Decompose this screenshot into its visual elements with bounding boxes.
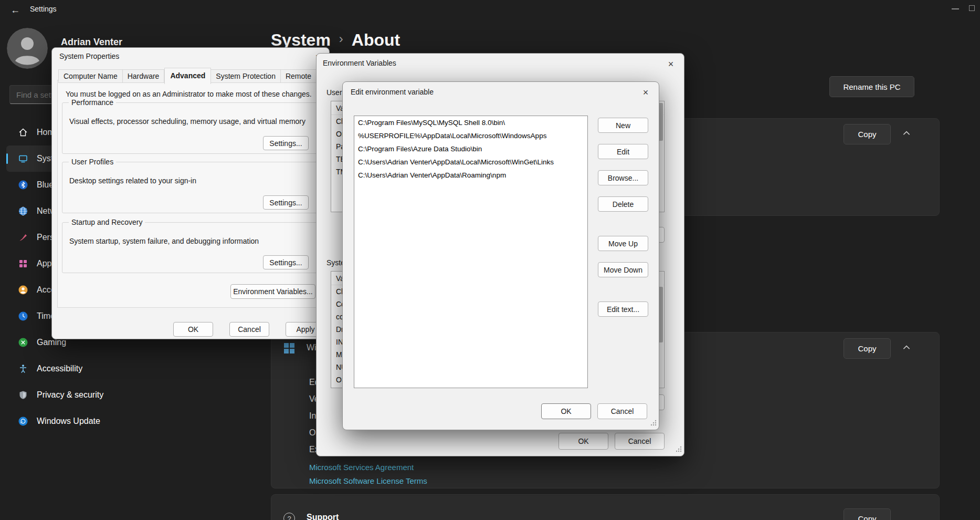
list-item[interactable]: C:\Users\Adrian Venter\AppData\Local\Mic…: [354, 155, 587, 169]
path-list[interactable]: C:\Program Files\MySQL\MySQL Shell 8.0\b…: [354, 116, 588, 388]
tab-hardware[interactable]: Hardware: [123, 69, 165, 83]
services-agreement-link[interactable]: Microsoft Services Agreement: [309, 463, 414, 473]
update-arrows-icon: [18, 416, 28, 427]
home-icon: [18, 127, 28, 138]
chevron-up-icon[interactable]: [902, 129, 911, 140]
sidebar-item-privacy-security[interactable]: Privacy & security: [6, 382, 208, 408]
ok-button[interactable]: OK: [541, 403, 591, 419]
ok-button[interactable]: OK: [173, 322, 213, 337]
ok-button[interactable]: OK: [559, 433, 608, 450]
accessibility-person-icon: [18, 363, 28, 374]
list-item[interactable]: C:\Program Files\MySQL\MySQL Shell 8.0\b…: [354, 116, 587, 129]
copy-label: Copy: [858, 344, 876, 353]
system-properties-dialog: System Properties × Computer Name Hardwa…: [51, 47, 330, 339]
avatar: [7, 28, 48, 69]
chevron-right-icon: ›: [339, 32, 343, 46]
support-title: Support: [307, 513, 339, 520]
sidebar-item-label: Accessibility: [37, 364, 82, 373]
system-icon: [18, 153, 28, 164]
cancel-button[interactable]: Cancel: [229, 322, 269, 337]
tab-strip: Computer Name Hardware Advanced System P…: [58, 68, 317, 83]
desktop: { "app": { "title": "Settings", "glyphs"…: [0, 0, 980, 520]
apps-grid-icon: [18, 258, 28, 269]
user-profiles-settings-button[interactable]: Settings...: [263, 195, 309, 210]
tab-remote[interactable]: Remote: [281, 69, 317, 83]
startup-recovery-settings-button[interactable]: Settings...: [263, 255, 309, 269]
edit-environment-variable-dialog: Edit environment variable × C:\Program F…: [342, 81, 659, 430]
list-item[interactable]: C:\Program Files\Azure Data Studio\bin: [354, 142, 587, 155]
globe-icon: [18, 206, 28, 216]
cancel-button[interactable]: Cancel: [597, 403, 647, 419]
dialog-title: System Properties: [59, 52, 119, 60]
maximize-icon[interactable]: [969, 5, 975, 11]
dialog-title: Edit environment variable: [351, 88, 434, 96]
tab-advanced[interactable]: Advanced: [164, 68, 211, 84]
tab-system-protection[interactable]: System Protection: [211, 69, 281, 83]
support-card: [271, 494, 940, 520]
page-title: About: [352, 30, 400, 50]
minimize-icon[interactable]: [952, 8, 959, 9]
admin-note: You must be logged on as an Administrato…: [66, 90, 312, 98]
list-item[interactable]: C:\Users\Adrian Venter\AppData\Roaming\n…: [354, 169, 587, 182]
performance-description: Visual effects, processor scheduling, me…: [69, 117, 305, 126]
performance-settings-button[interactable]: Settings...: [263, 136, 309, 150]
clock-icon: [18, 311, 28, 321]
copy-button[interactable]: Copy: [844, 124, 891, 144]
shield-icon: [18, 390, 28, 400]
new-button[interactable]: New: [598, 118, 648, 133]
move-up-button[interactable]: Move Up: [598, 236, 648, 251]
environment-variables-button[interactable]: Environment Variables...: [230, 284, 315, 299]
sidebar-item-label: Windows Update: [37, 417, 100, 426]
dialog-title: Environment Variables: [323, 59, 396, 67]
sidebar-item-accessibility[interactable]: Accessibility: [6, 356, 208, 382]
back-icon: ←: [10, 5, 20, 16]
copy-label: Copy: [858, 514, 876, 520]
move-down-button[interactable]: Move Down: [598, 262, 648, 277]
windows-logo-icon: [283, 342, 295, 356]
rename-this-pc-label: Rename this PC: [843, 82, 900, 91]
breadcrumb-parent[interactable]: System: [271, 30, 331, 50]
user-profiles-group-title: User Profiles: [69, 158, 116, 166]
person-icon: [18, 285, 28, 295]
browse-button[interactable]: Browse...: [598, 170, 648, 185]
rename-this-pc-button[interactable]: Rename this PC: [829, 76, 914, 97]
paintbrush-icon: [18, 232, 28, 243]
close-icon[interactable]: ×: [663, 58, 679, 70]
sidebar-item-windows-update[interactable]: Windows Update: [6, 408, 208, 434]
cancel-button[interactable]: Cancel: [615, 433, 665, 450]
xbox-icon: [18, 337, 28, 348]
performance-group-title: Performance: [69, 98, 116, 107]
back-button[interactable]: ←: [6, 1, 24, 19]
edit-button[interactable]: Edit: [598, 144, 648, 159]
copy-label: Copy: [858, 130, 876, 139]
chevron-up-icon[interactable]: [902, 343, 911, 355]
app-title: Settings: [30, 5, 57, 13]
close-icon[interactable]: ×: [638, 86, 654, 99]
tab-computer-name[interactable]: Computer Name: [58, 69, 123, 83]
user-profiles-description: Desktop settings related to your sign-in: [69, 176, 196, 185]
user-name: Adrian Venter: [61, 37, 122, 48]
copy-button[interactable]: Copy: [844, 508, 891, 520]
resize-grip[interactable]: [650, 419, 657, 428]
delete-button[interactable]: Delete: [598, 196, 648, 212]
license-terms-link[interactable]: Microsoft Software License Terms: [309, 476, 427, 486]
startup-recovery-group-title: Startup and Recovery: [69, 218, 145, 226]
bluetooth-icon: [18, 180, 28, 190]
copy-button[interactable]: Copy: [844, 338, 891, 359]
resize-grip[interactable]: [676, 445, 682, 454]
startup-recovery-description: System startup, system failure, and debu…: [69, 237, 259, 245]
edit-text-button[interactable]: Edit text...: [598, 301, 648, 317]
sidebar-item-label: Privacy & security: [37, 390, 103, 400]
list-item[interactable]: %USERPROFILE%\AppData\Local\Microsoft\Wi…: [354, 129, 587, 142]
selection-indicator: [6, 153, 8, 164]
